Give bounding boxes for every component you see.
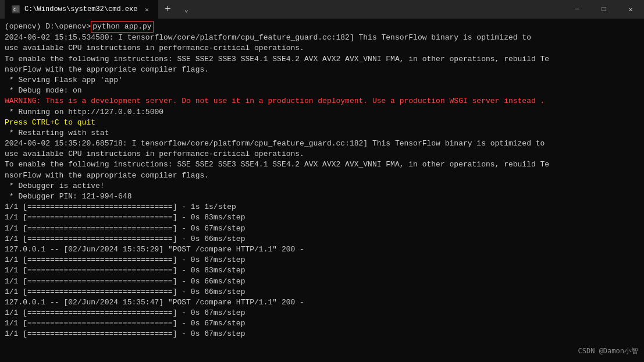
output-line-9: 2024-06-02 15:35:20.685718: I tensorflow… bbox=[5, 139, 639, 149]
output-line-3: To enable the following instructions: SS… bbox=[5, 54, 639, 65]
output-line-7: * Running on http://127.0.0.1:5000 bbox=[5, 107, 639, 118]
output-line-23: 1/1 [================================] -… bbox=[5, 287, 639, 297]
dropdown-button[interactable]: ⌄ bbox=[177, 0, 195, 19]
terminal-window: C C:\Windows\system32\cmd.exe ✕ + ⌄ ─ □ … bbox=[0, 0, 644, 362]
output-line-11: To enable the following instructions: SS… bbox=[5, 159, 639, 170]
active-tab[interactable]: C C:\Windows\system32\cmd.exe ✕ bbox=[5, 0, 158, 19]
output-line-15: 1/1 [================================] -… bbox=[5, 202, 639, 212]
output-line-1: 2024-06-02 15:15.534580: I tensorflow/co… bbox=[5, 33, 639, 43]
command-text: python app.py bbox=[91, 21, 153, 33]
svg-text:C: C bbox=[13, 8, 16, 12]
output-line-2: use available CPU instructions in perfor… bbox=[5, 43, 639, 54]
terminal-output[interactable]: (opencv) D:\opencv>python app.py 2024-06… bbox=[0, 19, 644, 362]
prompt-line: (opencv) D:\opencv>python app.py bbox=[5, 21, 639, 33]
output-line-16: 1/1 [================================] -… bbox=[5, 212, 639, 223]
output-line-26: 1/1 [================================] -… bbox=[5, 318, 639, 329]
titlebar-left: C C:\Windows\system32\cmd.exe ✕ + ⌄ bbox=[0, 0, 564, 19]
output-line-27: 1/1 [================================] -… bbox=[5, 329, 639, 339]
tab-close-button[interactable]: ✕ bbox=[142, 5, 151, 14]
output-line-17: 1/1 [================================] -… bbox=[5, 223, 639, 234]
titlebar: C C:\Windows\system32\cmd.exe ✕ + ⌄ ─ □ … bbox=[0, 0, 644, 19]
close-button[interactable]: ✕ bbox=[617, 0, 644, 19]
output-line-24: 127.0.0.1 -- [02/Jun/2024 15:35:47] "POS… bbox=[5, 297, 639, 308]
output-line-warning: WARNING: This is a development server. D… bbox=[5, 96, 639, 107]
output-line-12: nsorFlow with the appropriate compiler f… bbox=[5, 171, 639, 181]
output-line-19: 127.0.0.1 -- [02/Jun/2024 15:35:29] "POS… bbox=[5, 244, 639, 255]
output-line-6: * Debug mode: on bbox=[5, 86, 639, 96]
new-tab-button[interactable]: + bbox=[158, 0, 177, 19]
output-line-22: 1/1 [================================] -… bbox=[5, 276, 639, 287]
cmd-icon: C bbox=[12, 5, 20, 13]
minimize-button[interactable]: ─ bbox=[564, 0, 590, 19]
output-line-25: 1/1 [================================] -… bbox=[5, 308, 639, 318]
output-line-13: * Debugger is active! bbox=[5, 181, 639, 191]
output-line-5: * Serving Flask app 'app' bbox=[5, 75, 639, 86]
watermark: CSDN @Damon小智 bbox=[578, 346, 638, 356]
output-line-8: * Restarting with stat bbox=[5, 128, 639, 139]
output-line-18: 1/1 [================================] -… bbox=[5, 234, 639, 244]
tab-title: C:\Windows\system32\cmd.exe bbox=[24, 5, 137, 13]
output-line-4: nsorFlow with the appropriate compiler f… bbox=[5, 65, 639, 75]
output-line-ctrl: Press CTRL+C to quit bbox=[5, 118, 639, 128]
window-controls: ─ □ ✕ bbox=[564, 0, 644, 19]
prompt-text: (opencv) D:\opencv> bbox=[5, 22, 91, 32]
maximize-button[interactable]: □ bbox=[590, 0, 617, 19]
output-line-10: use available CPU instructions in perfor… bbox=[5, 149, 639, 159]
output-line-14: * Debugger PIN: 121-994-648 bbox=[5, 191, 639, 202]
output-line-21: 1/1 [================================] -… bbox=[5, 265, 639, 276]
output-line-20: 1/1 [================================] -… bbox=[5, 255, 639, 265]
